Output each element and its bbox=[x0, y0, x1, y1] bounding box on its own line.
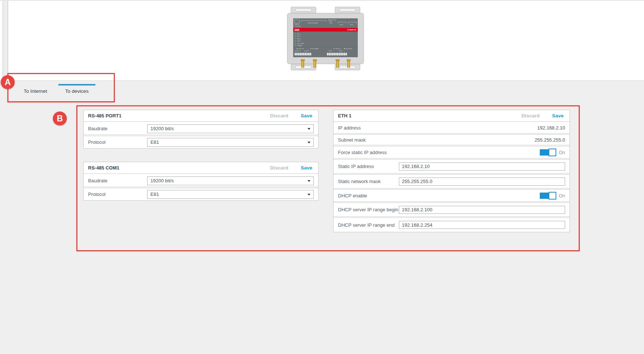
protocol-label: Protocol bbox=[88, 191, 147, 197]
device-photo-ehub: PWR IN 12-24 VDC SERVICE PANEL USB 1 USB… bbox=[287, 5, 364, 73]
force-static-ip-state: On bbox=[559, 150, 565, 155]
static-ip-input[interactable] bbox=[399, 163, 565, 171]
row-ip-address: IP address 192.168.2.10 bbox=[334, 123, 570, 134]
save-button[interactable]: Save bbox=[301, 113, 312, 118]
protocol-select[interactable]: E81 bbox=[147, 138, 314, 147]
dhcp-range-begin-input[interactable] bbox=[399, 206, 565, 214]
annotation-badge-b: B bbox=[53, 112, 67, 125]
svg-text:LED 4: LED 4 bbox=[297, 40, 301, 42]
row-dhcp-range-end: DHCP server IP range end bbox=[334, 218, 570, 232]
toggle-knob bbox=[549, 149, 556, 156]
panel-eth1-header: ETH 1 Discard Save bbox=[334, 110, 570, 122]
panel-rs485-com1-header: RS-485 COM1 Discard Save bbox=[84, 162, 318, 174]
baudrate-label: Baudrate bbox=[88, 178, 147, 183]
chevron-down-icon bbox=[308, 180, 310, 182]
dhcp-range-end-label: DHCP server IP range end bbox=[338, 222, 399, 228]
tab-to-internet[interactable]: To Internet bbox=[15, 84, 56, 96]
svg-text:LED 1: LED 1 bbox=[297, 33, 301, 35]
baudrate-selected-value: 19200 bit/s bbox=[150, 126, 174, 131]
svg-text:POWER: POWER bbox=[297, 45, 302, 47]
app-page: PWR IN 12-24 VDC SERVICE PANEL USB 1 USB… bbox=[0, 0, 644, 354]
row-baudrate: Baudrate 19200 bit/s bbox=[84, 123, 318, 135]
svg-text:ETH 1: ETH 1 bbox=[350, 24, 354, 26]
dhcp-enable-state: On bbox=[559, 193, 565, 198]
dhcp-enable-toggle[interactable] bbox=[540, 192, 557, 200]
panel-title: RS-485 COM1 bbox=[88, 165, 270, 171]
svg-text:CELLULAR: CELLULAR bbox=[297, 43, 304, 44]
force-static-ip-label: Force static IP address bbox=[338, 150, 387, 155]
save-button[interactable]: Save bbox=[301, 165, 312, 171]
device-brand-abb: ABB bbox=[294, 29, 299, 31]
row-baudrate: Baudrate 19200 bit/s bbox=[84, 175, 318, 187]
static-mask-input[interactable] bbox=[399, 178, 565, 186]
svg-text:WI-FI / BT: WI-FI / BT bbox=[299, 48, 304, 50]
row-protocol: Protocol E81 bbox=[84, 136, 318, 148]
tab-bar: To Internet To devices bbox=[15, 84, 98, 96]
static-ip-label: Static IP address bbox=[338, 164, 399, 169]
chevron-down-icon bbox=[308, 142, 310, 143]
svg-text:COM 0: COM 0 bbox=[328, 50, 332, 52]
svg-text:WI-FI 2GHz: WI-FI 2GHz bbox=[346, 48, 352, 50]
svg-text:Digital IN: Digital IN bbox=[304, 50, 309, 52]
device-model-ehub: E-Hub 2.0 bbox=[348, 29, 356, 31]
svg-text:USB 2: USB 2 bbox=[329, 22, 333, 24]
row-dhcp-enable: DHCP enable On bbox=[334, 189, 570, 202]
svg-text:12-24 VDC: 12-24 VDC bbox=[295, 26, 301, 27]
row-subnet-mask: Subnet mask 255.255.255.0 bbox=[334, 134, 570, 145]
svg-text:CELL MAIN: CELL MAIN bbox=[312, 48, 319, 50]
ip-address-value: 192.168.2.10 bbox=[537, 125, 565, 131]
row-dhcp-range-begin: DHCP server IP range begin bbox=[334, 202, 570, 217]
chevron-down-icon bbox=[308, 194, 310, 196]
panel-rs485-port1-header: RS-485 PORT1 Discard Save bbox=[84, 110, 318, 122]
force-static-ip-toggle[interactable] bbox=[540, 149, 557, 156]
tab-to-devices[interactable]: To devices bbox=[56, 84, 98, 96]
protocol-label: Protocol bbox=[88, 139, 147, 145]
subnet-mask-label: Subnet mask bbox=[338, 137, 366, 143]
row-force-static-ip: Force static IP address On bbox=[334, 146, 570, 158]
device-label-service-panel: SERVICE PANEL bbox=[308, 22, 318, 24]
svg-text:COM 1: COM 1 bbox=[339, 50, 342, 52]
baudrate-select[interactable]: 19200 bit/s bbox=[147, 176, 314, 185]
device-label-pwr: PWR IN bbox=[295, 24, 299, 25]
dhcp-range-end-input[interactable] bbox=[399, 221, 565, 229]
panel-rs485-com1: RS-485 COM1 Discard Save Baudrate 19200 … bbox=[83, 162, 319, 201]
baudrate-selected-value: 19200 bit/s bbox=[150, 178, 174, 183]
svg-text:ETH 0: ETH 0 bbox=[340, 24, 343, 26]
content-area: To Internet To devices RS-485 PORT1 Disc… bbox=[0, 80, 644, 354]
dhcp-enable-label: DHCP enable bbox=[338, 193, 367, 198]
subnet-mask-value: 255.255.255.0 bbox=[535, 137, 565, 143]
panel-eth1: ETH 1 Discard Save IP address 192.168.2.… bbox=[333, 110, 570, 232]
discard-button[interactable]: Discard bbox=[270, 113, 288, 118]
protocol-selected-value: E81 bbox=[150, 139, 159, 145]
toggle-knob bbox=[549, 192, 556, 200]
row-static-mask: Static network mask bbox=[334, 174, 570, 189]
panel-rs485-port1: RS-485 PORT1 Discard Save Baudrate 19200… bbox=[83, 110, 319, 149]
discard-button[interactable]: Discard bbox=[270, 165, 288, 171]
save-button[interactable]: Save bbox=[552, 113, 564, 118]
chevron-down-icon bbox=[308, 128, 310, 130]
baudrate-label: Baudrate bbox=[88, 126, 147, 131]
annotation-badge-a: A bbox=[1, 75, 15, 89]
dhcp-range-begin-label: DHCP server IP range begin bbox=[338, 207, 399, 212]
svg-text:Digital OUT: Digital OUT bbox=[295, 50, 301, 52]
protocol-selected-value: E81 bbox=[150, 191, 159, 197]
discard-button[interactable]: Discard bbox=[521, 113, 540, 118]
ip-address-label: IP address bbox=[338, 125, 361, 131]
baudrate-select[interactable]: 19200 bit/s bbox=[147, 124, 314, 133]
panel-title: ETH 1 bbox=[338, 113, 521, 118]
svg-text:USB 1: USB 1 bbox=[329, 21, 333, 22]
svg-text:LED 2: LED 2 bbox=[297, 36, 301, 37]
svg-text:CELL DIV: CELL DIV bbox=[335, 48, 341, 50]
row-static-ip: Static IP address bbox=[334, 159, 570, 174]
svg-text:LED 3: LED 3 bbox=[297, 38, 301, 40]
row-protocol: Protocol E81 bbox=[84, 188, 318, 200]
panel-title: RS-485 PORT1 bbox=[88, 113, 270, 118]
left-gutter bbox=[3, 1, 8, 80]
protocol-select[interactable]: E81 bbox=[147, 190, 314, 199]
static-mask-label: Static network mask bbox=[338, 179, 399, 184]
header-area: PWR IN 12-24 VDC SERVICE PANEL USB 1 USB… bbox=[0, 1, 644, 80]
